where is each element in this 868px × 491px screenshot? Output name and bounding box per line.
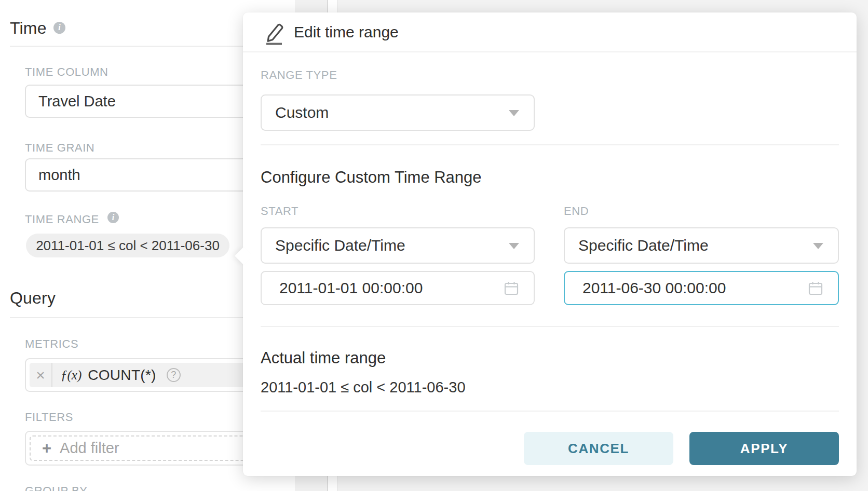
range-type-select[interactable]: Custom (261, 94, 535, 131)
chevron-down-icon (509, 110, 519, 116)
time-range-pill-value: 2011-01-01 ≤ col < 2011-06-30 (36, 238, 220, 254)
range-type-value: Custom (275, 104, 329, 121)
filters-label: FILTERS (25, 411, 73, 424)
time-column-value: Travel Date (38, 93, 116, 110)
function-icon: ƒ(x) (61, 368, 82, 383)
metric-expression: COUNT(*) (88, 367, 156, 384)
time-range-info-icon[interactable]: i (107, 212, 119, 223)
start-datetime-value: 2011-01-01 00:00:00 (279, 279, 423, 297)
time-range-pill[interactable]: 2011-01-01 ≤ col < 2011-06-30 (26, 234, 229, 257)
explore-page: Time i TIME COLUMN Travel Date TIME GRAI… (0, 0, 868, 491)
actual-time-range-heading: Actual time range (261, 349, 386, 367)
start-mode-value: Specific Date/Time (275, 237, 405, 254)
plus-icon: + (42, 439, 51, 458)
divider (261, 326, 839, 327)
end-datetime-value: 2011-06-30 00:00:00 (582, 279, 726, 297)
help-icon[interactable]: ? (167, 368, 181, 382)
end-mode-select[interactable]: Specific Date/Time (564, 227, 839, 264)
time-grain-label: TIME GRAIN (25, 141, 94, 155)
group-by-label: GROUP BY (25, 484, 88, 491)
chevron-down-icon (813, 243, 823, 249)
calendar-icon[interactable] (504, 280, 519, 296)
calendar-icon[interactable] (808, 280, 823, 296)
time-column-label: TIME COLUMN (25, 65, 108, 79)
start-datetime-input[interactable]: 2011-01-01 00:00:00 (261, 271, 535, 305)
time-section-title: Time (10, 19, 47, 38)
query-section-title: Query (10, 289, 56, 308)
apply-button[interactable]: APPLY (689, 432, 839, 465)
actual-time-range-value: 2011-01-01 ≤ col < 2011-06-30 (261, 379, 466, 396)
time-range-label: TIME RANGE (25, 213, 99, 226)
add-filter-label: Add filter (60, 440, 119, 457)
edit-time-range-popover: Edit time range RANGE TYPE Custom Config… (243, 12, 857, 476)
divider (261, 144, 839, 145)
time-info-icon[interactable]: i (53, 22, 65, 34)
time-grain-value: month (38, 167, 80, 184)
cancel-button[interactable]: CANCEL (524, 432, 673, 465)
start-mode-select[interactable]: Specific Date/Time (261, 227, 535, 264)
edit-pencil-icon (263, 20, 286, 46)
end-mode-value: Specific Date/Time (578, 237, 709, 254)
add-filter-button[interactable]: + Add filter (30, 435, 278, 461)
start-label: START (261, 204, 299, 218)
popover-title: Edit time range (294, 23, 399, 41)
metric-chip[interactable]: × ƒ(x) COUNT(*) ? (30, 363, 278, 387)
remove-metric-icon[interactable]: × (30, 363, 52, 387)
end-label: END (564, 204, 589, 218)
divider (261, 411, 839, 412)
end-datetime-input[interactable]: 2011-06-30 00:00:00 (564, 271, 839, 305)
popover-header: Edit time range (243, 12, 857, 52)
chevron-down-icon (509, 243, 519, 249)
range-type-label: RANGE TYPE (261, 69, 337, 82)
metrics-label: METRICS (25, 337, 78, 351)
configure-heading: Configure Custom Time Range (261, 168, 482, 187)
